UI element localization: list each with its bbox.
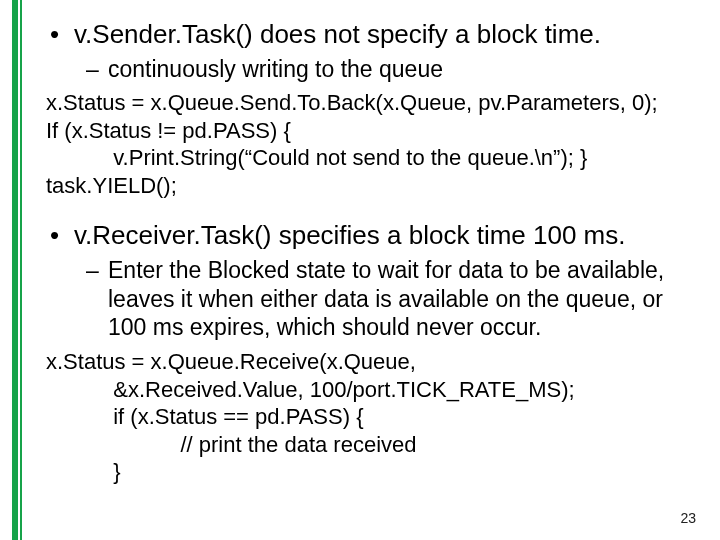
bullet-sender-task: v.Sender.Task() does not specify a block… bbox=[46, 18, 700, 51]
page-number: 23 bbox=[680, 510, 696, 526]
code-receiver: x.Status = x.Queue.Receive(x.Queue, &x.R… bbox=[46, 348, 700, 486]
subbullet-blocked-state: Enter the Blocked state to wait for data… bbox=[46, 256, 700, 342]
code-sender: x.Status = x.Queue.Send.To.Back(x.Queue,… bbox=[46, 89, 700, 199]
slide-content: v.Sender.Task() does not specify a block… bbox=[46, 18, 700, 506]
accent-bar-inner bbox=[20, 0, 22, 540]
subbullet-continuous-write: continuously writing to the queue bbox=[46, 55, 700, 84]
accent-bar-outer bbox=[12, 0, 18, 540]
bullet-receiver-task: v.Receiver.Task() specifies a block time… bbox=[46, 219, 700, 252]
